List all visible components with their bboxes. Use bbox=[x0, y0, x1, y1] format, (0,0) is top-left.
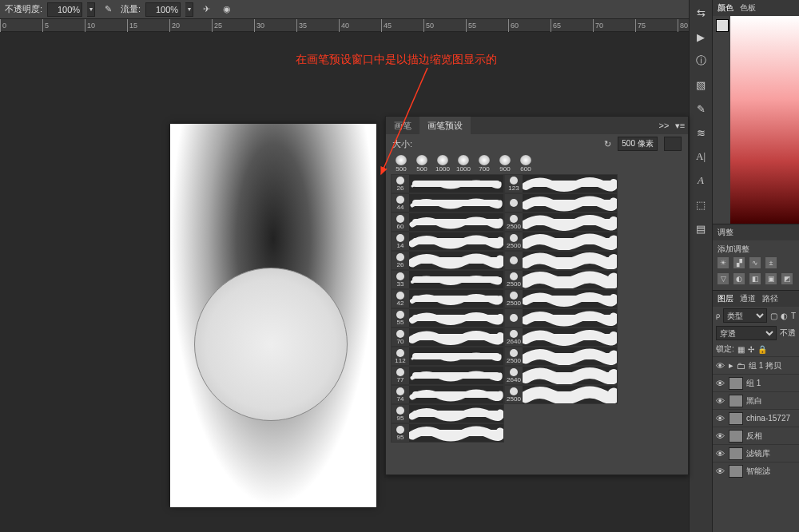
blend-mode-select[interactable]: 穿透 bbox=[716, 326, 777, 340]
flow-dropdown[interactable]: ▾ bbox=[185, 2, 193, 17]
airbrush-icon[interactable]: ✈ bbox=[198, 2, 214, 17]
brush-preset-row[interactable] bbox=[504, 251, 618, 270]
folder-toggle-icon[interactable]: ▸ bbox=[729, 360, 733, 371]
tab-brush-presets[interactable]: 画笔预设 bbox=[419, 117, 471, 134]
navigator-icon[interactable]: ▧ bbox=[693, 77, 709, 93]
brush-tip-thumb[interactable]: 1000 bbox=[453, 155, 474, 173]
adj-bw-icon[interactable]: ◧ bbox=[749, 273, 761, 284]
visibility-eye-icon[interactable]: 👁 bbox=[716, 431, 725, 441]
paragraph-icon[interactable]: A bbox=[693, 173, 709, 189]
pressure-opacity-icon[interactable]: ✎ bbox=[100, 2, 116, 17]
brush-preset-row[interactable] bbox=[504, 193, 618, 212]
tab-adjustments[interactable]: 调整 bbox=[718, 227, 733, 238]
brush-tip-thumb[interactable]: 500 bbox=[411, 155, 432, 173]
brush-preset-row[interactable]: 95 bbox=[391, 404, 504, 423]
brush-preset-row[interactable]: 2640 bbox=[504, 328, 618, 347]
brush-preset-row[interactable]: 70 bbox=[391, 328, 504, 347]
visibility-eye-icon[interactable]: 👁 bbox=[716, 379, 725, 388]
expand-strip-icon[interactable]: ⇆ bbox=[693, 5, 709, 21]
brush-preset-row[interactable]: 123 bbox=[504, 174, 618, 193]
brush-size-input[interactable] bbox=[618, 137, 658, 151]
visibility-eye-icon[interactable]: 👁 bbox=[716, 396, 725, 406]
brush-preset-row[interactable]: 26 bbox=[391, 174, 504, 193]
layer-row[interactable]: 👁黑白 bbox=[713, 391, 799, 409]
brush-preset-row[interactable]: 14 bbox=[391, 232, 504, 251]
panel-collapse-icon[interactable]: >> bbox=[656, 121, 672, 130]
brush-preset-row[interactable]: 55 bbox=[391, 308, 504, 328]
lock-pixels-icon[interactable]: ▦ bbox=[737, 345, 745, 354]
opacity-dropdown[interactable]: ▾ bbox=[87, 2, 95, 17]
adj-curves-icon[interactable]: ∿ bbox=[749, 257, 761, 268]
flow-input[interactable] bbox=[145, 2, 181, 17]
adj-channel-mixer-icon[interactable]: ◩ bbox=[781, 273, 793, 284]
adj-levels-icon[interactable]: ▞ bbox=[733, 257, 745, 268]
layer-row[interactable]: 👁china-15727 bbox=[713, 409, 799, 427]
filter-pixel-icon[interactable]: ▢ bbox=[770, 312, 777, 320]
brush-preset-row[interactable]: 42 bbox=[391, 289, 504, 308]
brush-preview-toggle-icon[interactable] bbox=[664, 137, 682, 151]
layer-filter-kind[interactable]: 类型 bbox=[723, 308, 767, 323]
tab-layers[interactable]: 图层 bbox=[718, 293, 733, 304]
brush-tip-thumb[interactable]: 500 bbox=[391, 155, 411, 173]
3d-icon[interactable]: ⬚ bbox=[693, 197, 709, 212]
layers-strip-icon[interactable]: ▤ bbox=[693, 220, 709, 236]
brush-tip-thumb[interactable]: 700 bbox=[474, 155, 495, 173]
brush-tip-thumb[interactable]: 1000 bbox=[432, 155, 453, 173]
adj-brightness-icon[interactable]: ☀ bbox=[718, 257, 729, 268]
brush-stroke-list[interactable]: 26446014263342557011277749595 1232500250… bbox=[386, 174, 688, 471]
brush-preset-row[interactable]: 2500 bbox=[504, 270, 618, 289]
brush-preset-row[interactable] bbox=[504, 308, 618, 328]
visibility-eye-icon[interactable]: 👁 bbox=[716, 361, 725, 371]
brush-preset-row[interactable]: 77 bbox=[391, 366, 504, 385]
lock-position-icon[interactable]: ✢ bbox=[748, 345, 754, 354]
tab-swatches[interactable]: 色板 bbox=[740, 2, 756, 14]
layer-row[interactable]: 👁滤镜库 bbox=[713, 444, 799, 462]
canvas-area[interactable]: 在画笔预设窗口中是以描边缩览图显示的 画笔 画笔预设 >> ▾≡ 大小: ↻ 5… bbox=[0, 32, 689, 532]
brush-tip-thumb[interactable]: 900 bbox=[495, 155, 515, 173]
foreground-color-swatch[interactable] bbox=[716, 19, 729, 32]
brush-preset-row[interactable]: 2640 bbox=[504, 366, 618, 385]
brush-preset-row[interactable]: 2500 bbox=[504, 289, 618, 308]
brush-preset-row[interactable]: 74 bbox=[391, 385, 504, 404]
brush-preset-row[interactable]: 44 bbox=[391, 193, 504, 212]
info-icon[interactable]: ⓘ bbox=[693, 53, 709, 69]
reset-size-icon[interactable]: ↻ bbox=[604, 139, 611, 149]
adj-exposure-icon[interactable]: ± bbox=[765, 257, 777, 268]
adj-vibrance-icon[interactable]: ▽ bbox=[718, 273, 729, 284]
color-field[interactable] bbox=[730, 16, 799, 224]
visibility-eye-icon[interactable]: 👁 bbox=[716, 414, 725, 423]
play-icon[interactable]: ▶ bbox=[693, 29, 709, 45]
tab-brush[interactable]: 画笔 bbox=[386, 117, 419, 134]
brush-preset-row[interactable]: 60 bbox=[391, 212, 504, 232]
opacity-input[interactable] bbox=[47, 2, 82, 17]
layer-row[interactable]: 👁组 1 bbox=[713, 374, 799, 391]
pressure-size-icon[interactable]: ◉ bbox=[219, 2, 235, 17]
layer-row[interactable]: 👁▸🗀组 1 拷贝 bbox=[713, 356, 799, 374]
character-icon[interactable]: A| bbox=[693, 149, 709, 165]
brush-preset-row[interactable]: 95 bbox=[391, 423, 504, 443]
visibility-eye-icon[interactable]: 👁 bbox=[716, 449, 725, 459]
filter-adjust-icon[interactable]: ◐ bbox=[781, 312, 788, 320]
tab-color[interactable]: 颜色 bbox=[718, 2, 733, 14]
brush-preset-row[interactable]: 2500 bbox=[504, 232, 618, 251]
brush-preset-row[interactable]: 26 bbox=[391, 251, 504, 270]
brush-icon[interactable]: ✎ bbox=[693, 101, 709, 117]
tab-channels[interactable]: 通道 bbox=[740, 293, 756, 304]
brush-preset-row[interactable]: 2500 bbox=[504, 385, 618, 404]
visibility-eye-icon[interactable]: 👁 bbox=[716, 466, 725, 476]
adj-photo-filter-icon[interactable]: ▣ bbox=[765, 273, 777, 284]
panel-flyout-menu-icon[interactable]: ▾≡ bbox=[672, 121, 688, 131]
brush-preset-row[interactable]: 112 bbox=[391, 347, 504, 366]
color-picker[interactable] bbox=[713, 16, 799, 224]
lock-all-icon[interactable]: 🔒 bbox=[757, 345, 767, 354]
brush-preset-row[interactable]: 2500 bbox=[504, 212, 618, 232]
brush-settings-icon[interactable]: ≋ bbox=[693, 125, 709, 141]
brush-tip-thumb[interactable]: 600 bbox=[515, 155, 536, 173]
brush-preset-row[interactable]: 2500 bbox=[504, 347, 618, 366]
layers-list[interactable]: 👁▸🗀组 1 拷贝👁组 1👁黑白👁china-15727👁反相👁滤镜库👁智能滤 bbox=[713, 356, 799, 479]
adj-hue-icon[interactable]: ◐ bbox=[733, 273, 745, 284]
layer-row[interactable]: 👁智能滤 bbox=[713, 462, 799, 479]
filter-type-icon[interactable]: T bbox=[791, 312, 796, 320]
tab-paths[interactable]: 路径 bbox=[762, 293, 778, 304]
brush-preset-row[interactable]: 33 bbox=[391, 270, 504, 289]
